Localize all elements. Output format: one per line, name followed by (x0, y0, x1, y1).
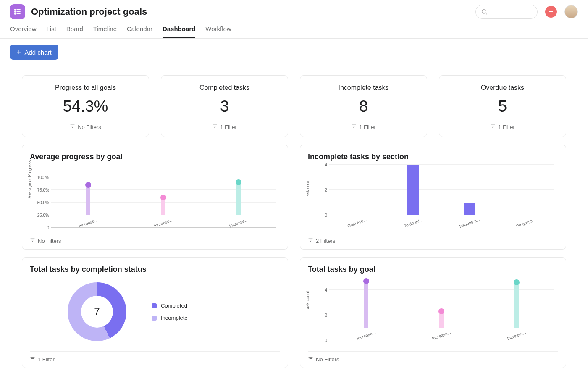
svg-point-3 (15, 9, 16, 10)
chart-bar[interactable] (161, 197, 165, 215)
stat-card-incomplete[interactable]: Incomplete tasks 8 1 Filter (300, 75, 427, 137)
y-tick: 4 (313, 163, 327, 167)
global-add-button[interactable]: + (545, 6, 557, 18)
legend-label: Incomplete (161, 315, 188, 321)
tab-calendar[interactable]: Calendar (127, 25, 152, 38)
stat-value: 3 (168, 97, 281, 116)
stat-card-completed[interactable]: Completed tasks 3 1 Filter (161, 75, 288, 137)
y-tick: 0 (313, 213, 327, 218)
stat-filter[interactable]: 1 Filter (490, 124, 515, 130)
gridline (329, 164, 554, 165)
x-tick: Increase... (357, 330, 377, 341)
stat-card-overdue[interactable]: Overdue tasks 5 1 Filter (439, 75, 566, 137)
chart-bar[interactable] (86, 185, 90, 215)
stat-title: Incomplete tasks (307, 84, 420, 92)
legend-item-incomplete[interactable]: Incomplete (152, 315, 188, 321)
tab-timeline[interactable]: Timeline (93, 25, 117, 38)
chart-bar[interactable] (514, 282, 519, 328)
filter-text: 1 Filter (38, 356, 55, 363)
filter-icon (490, 124, 496, 130)
stat-title: Completed tasks (168, 84, 281, 92)
chart-title: Total tasks by completion status (30, 265, 280, 274)
legend: Completed Incomplete (152, 303, 188, 321)
chart-bar[interactable] (236, 182, 241, 215)
chart-completion-status[interactable]: Total tasks by completion status 7 Compl… (22, 257, 288, 368)
chart-footer[interactable]: 2 Filters (308, 233, 558, 244)
x-tick: To do thi... (403, 217, 423, 228)
tabs: Overview List Board Timeline Calendar Da… (0, 21, 588, 39)
gridline (51, 189, 276, 190)
add-chart-label: Add chart (25, 49, 52, 56)
tab-overview[interactable]: Overview (10, 25, 37, 38)
tab-list[interactable]: List (47, 25, 56, 38)
y-tick: 0 (313, 338, 327, 343)
page-title: Optimization project goals (31, 6, 147, 17)
chart-footer[interactable]: No Filters (30, 233, 280, 244)
svg-point-6 (482, 10, 486, 13)
tab-dashboard[interactable]: Dashboard (163, 25, 195, 38)
chart-title: Average progress by goal (30, 153, 280, 161)
filter-icon (30, 237, 35, 244)
search-icon (481, 8, 488, 15)
search-input[interactable] (475, 5, 538, 19)
y-axis-label: Average of Progress (27, 160, 32, 199)
gridline (329, 189, 554, 190)
y-tick: 75.0% (35, 188, 49, 192)
avatar[interactable] (564, 5, 578, 18)
header-right: + (475, 5, 578, 19)
y-tick: 2 (313, 313, 327, 318)
chart-bar[interactable] (439, 311, 444, 328)
chart-incomplete-section[interactable]: Incomplete tasks by section Task count 0… (300, 145, 566, 250)
svg-line-7 (486, 13, 487, 14)
plus-icon: + (549, 8, 554, 16)
chart-body: Average of Progress 025.0%50.0%75.0%100.… (30, 165, 280, 228)
y-axis-label: Task count (305, 179, 310, 199)
y-axis-label: Task count (305, 291, 310, 311)
filter-icon (70, 124, 75, 130)
stat-value: 5 (446, 97, 559, 116)
x-tick: Increase... (153, 217, 173, 228)
chart-footer[interactable]: No Filters (308, 351, 558, 363)
chart-tasks-by-goal[interactable]: Total tasks by goal Task count 024Increa… (300, 257, 566, 368)
x-tick: Increase... (431, 330, 452, 341)
filter-icon (30, 356, 35, 363)
gridline (329, 340, 554, 340)
x-tick: Increase... (507, 330, 527, 341)
stat-value: 54.3% (29, 97, 142, 116)
list-icon (13, 8, 22, 16)
stat-card-progress[interactable]: Progress to all goals 54.3% No Filters (22, 75, 149, 137)
filter-icon (212, 124, 218, 130)
filter-text: 1 Filter (498, 124, 515, 130)
chart-avg-progress[interactable]: Average progress by goal Average of Prog… (22, 145, 288, 250)
stat-filter[interactable]: 1 Filter (212, 124, 237, 130)
gridline (329, 289, 554, 290)
chart-row-1: Average progress by goal Average of Prog… (22, 145, 566, 250)
chart-bar[interactable] (407, 165, 419, 215)
stat-title: Overdue tasks (446, 84, 559, 92)
stat-filter[interactable]: 1 Filter (351, 124, 376, 130)
stat-filter[interactable]: No Filters (70, 124, 101, 130)
chart-footer[interactable]: 1 Filter (30, 351, 280, 363)
filter-icon (308, 237, 313, 244)
stat-title: Progress to all goals (29, 84, 142, 92)
stat-value: 8 (307, 97, 420, 116)
y-tick: 4 (313, 288, 327, 292)
filter-text: 2 Filters (316, 238, 335, 244)
filter-text: No Filters (316, 356, 339, 363)
chart-body: Task count 024Increase...Increase...Incr… (308, 277, 558, 346)
tab-board[interactable]: Board (66, 25, 83, 38)
project-icon[interactable] (10, 4, 25, 19)
add-chart-button[interactable]: + Add chart (10, 45, 58, 60)
tab-workflow[interactable]: Workflow (205, 25, 231, 38)
filter-icon (351, 124, 357, 130)
stat-row: Progress to all goals 54.3% No Filters C… (22, 75, 566, 137)
chart-title: Total tasks by goal (308, 265, 558, 274)
legend-swatch (152, 316, 157, 321)
donut-chart: 7 (68, 282, 126, 341)
filter-text: 1 Filter (359, 124, 376, 130)
chart-bar[interactable] (364, 281, 368, 328)
legend-item-completed[interactable]: Completed (152, 303, 188, 309)
chart-body: 7 Completed Incomplete (30, 277, 280, 346)
chart-bar[interactable] (464, 203, 475, 215)
filter-text: No Filters (78, 124, 101, 130)
